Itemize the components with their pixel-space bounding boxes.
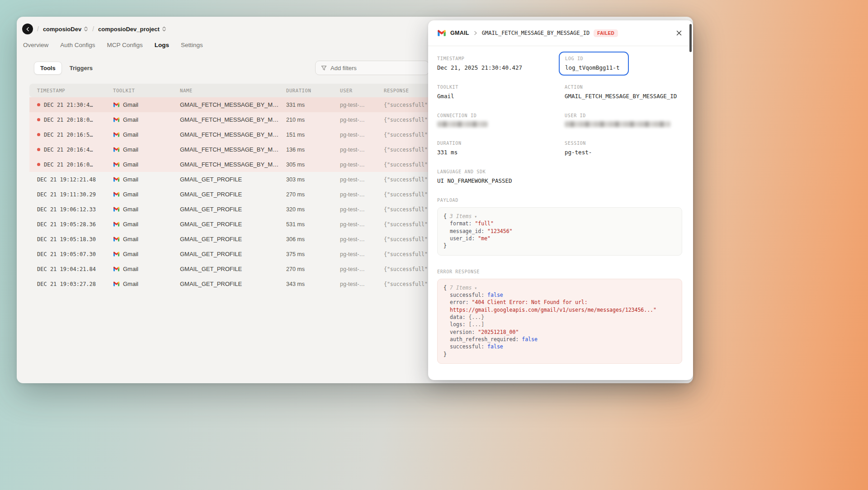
- cell-toolkit: Gmail: [113, 236, 180, 243]
- redacted-value: [437, 121, 488, 127]
- close-icon: [676, 30, 682, 36]
- field-label: ACTION: [565, 85, 682, 90]
- cell-toolkit: Gmail: [113, 101, 180, 108]
- gmail-icon: [437, 29, 446, 38]
- cell-user: pg-test-…: [340, 236, 384, 243]
- field-log-id[interactable]: LOG IDlog_tVqomBgg11-t: [559, 52, 629, 76]
- cell-name: GMAIL_GET_PROFILE: [180, 266, 286, 272]
- field-label: USER ID: [565, 113, 682, 118]
- cell-timestamp: DEC 21 20:16:0…: [29, 162, 113, 168]
- code-line: { 7 Items ▾: [443, 284, 676, 291]
- tab-logs[interactable]: Logs: [155, 42, 169, 48]
- field-value: GMAIL_FETCH_MESSAGE_BY_MESSAGE_ID: [565, 93, 682, 100]
- code-line: { 3 Items ▾: [443, 213, 676, 220]
- field-label: TIMESTAMP: [437, 56, 555, 61]
- project-selector[interactable]: composioDev_project: [98, 26, 166, 33]
- tab-overview[interactable]: Overview: [23, 42, 48, 48]
- close-button[interactable]: [674, 28, 684, 38]
- cell-duration: 375 ms: [286, 251, 340, 257]
- failed-status-dot: [37, 103, 40, 106]
- filter-funnel-icon: [321, 65, 327, 71]
- cell-user: pg-test-…: [340, 281, 384, 287]
- code-line: data: {...}: [443, 314, 676, 321]
- field-label: DURATION: [437, 141, 555, 146]
- cell-duration: 331 ms: [286, 102, 340, 108]
- field-value: pg-test-: [565, 149, 682, 156]
- code-line: successful: false: [443, 291, 676, 299]
- code-line: auth_refresh_required: false: [443, 336, 676, 343]
- desktop-background: / composioDev / composioDev_project Over…: [0, 0, 868, 490]
- code-line: }: [443, 351, 676, 358]
- field-label: LANGUAGE AND SDK: [437, 169, 682, 174]
- cell-toolkit: Gmail: [113, 161, 180, 168]
- cell-duration: 343 ms: [286, 281, 340, 287]
- gmail-icon: [113, 221, 120, 228]
- toggle-triggers[interactable]: Triggers: [64, 62, 99, 74]
- org-selector[interactable]: composioDev: [43, 26, 88, 33]
- gmail-icon: [113, 281, 120, 287]
- cell-toolkit: Gmail: [113, 251, 180, 257]
- tab-settings[interactable]: Settings: [181, 42, 203, 48]
- breadcrumb-separator: /: [92, 25, 94, 33]
- failed-status-dot: [37, 148, 40, 151]
- column-header-duration: DURATION: [286, 88, 340, 93]
- cell-timestamp: DEC 21 20:18:0…: [29, 117, 113, 123]
- field-value: Gmail: [437, 93, 555, 100]
- field-label: SESSION: [565, 141, 682, 146]
- chevron-down-icon[interactable]: ▾: [472, 214, 477, 219]
- cell-name: GMAIL_GET_PROFILE: [180, 251, 286, 257]
- panel-action-name: GMAIL_FETCH_MESSAGE_BY_MESSAGE_ID: [482, 30, 590, 36]
- gmail-icon: [113, 101, 120, 108]
- field-label: TOOLKIT: [437, 85, 555, 90]
- cell-timestamp: DEC 21 19:12:21.48: [29, 176, 113, 183]
- gmail-icon: [113, 236, 120, 243]
- cell-timestamp: DEC 21 20:16:4…: [29, 147, 113, 153]
- cell-timestamp: DEC 21 19:03:27.28: [29, 281, 113, 287]
- failed-status-dot: [37, 163, 40, 166]
- payload-code-block: { 3 Items ▾format: "full"message_id: "12…: [437, 207, 682, 256]
- cell-toolkit: Gmail: [113, 206, 180, 213]
- add-filters-button[interactable]: Add filters: [315, 61, 429, 75]
- cell-toolkit: Gmail: [113, 281, 180, 287]
- cell-name: GMAIL_GET_PROFILE: [180, 191, 286, 198]
- panel-header: GMAIL GMAIL_FETCH_MESSAGE_BY_MESSAGE_ID …: [428, 20, 693, 46]
- tab-auth-configs[interactable]: Auth Configs: [60, 42, 95, 48]
- field-value: [437, 121, 555, 127]
- chevron-down-icon[interactable]: ▾: [472, 285, 477, 290]
- items-count-toggle[interactable]: 7 Items: [450, 285, 472, 291]
- panel-body: TIMESTAMPDec 21, 2025 21:30:40.427LOG ID…: [428, 46, 693, 364]
- field-label: LOG ID: [565, 56, 623, 61]
- field-connection-id: CONNECTION ID: [437, 113, 555, 127]
- payload-section: PAYLOAD { 3 Items ▾format: "full"message…: [437, 198, 682, 256]
- cell-duration: 270 ms: [286, 266, 340, 272]
- cell-toolkit: Gmail: [113, 146, 180, 153]
- field-duration: DURATION331 ms: [437, 141, 555, 156]
- cell-user: pg-test-…: [340, 176, 384, 183]
- toggle-tools[interactable]: Tools: [34, 62, 62, 75]
- cell-name: GMAIL_GET_PROFILE: [180, 206, 286, 213]
- cell-duration: 320 ms: [286, 206, 340, 213]
- add-filters-label: Add filters: [330, 65, 357, 71]
- cell-name: GMAIL_FETCH_MESSAGE_BY_M…: [180, 161, 286, 168]
- cell-name: GMAIL_GET_PROFILE: [180, 236, 286, 243]
- cell-user: pg-test-…: [340, 266, 384, 272]
- gmail-icon: [113, 116, 120, 123]
- items-count-toggle[interactable]: 3 Items: [450, 213, 472, 219]
- composio-logo-icon[interactable]: [22, 24, 33, 34]
- code-line: logs: [...]: [443, 321, 676, 328]
- field-label: CONNECTION ID: [437, 113, 555, 118]
- cell-timestamp: DEC 21 19:05:18.30: [29, 236, 113, 243]
- panel-scrollbar[interactable]: [689, 24, 692, 52]
- cell-user: pg-test-…: [340, 162, 384, 168]
- cell-duration: 303 ms: [286, 176, 340, 183]
- cell-user: pg-test-…: [340, 221, 384, 228]
- gmail-icon: [113, 146, 120, 153]
- cell-name: GMAIL_FETCH_MESSAGE_BY_M…: [180, 146, 286, 153]
- field-session: SESSIONpg-test-: [565, 141, 682, 156]
- cell-toolkit: Gmail: [113, 116, 180, 123]
- cell-toolkit: Gmail: [113, 131, 180, 138]
- gmail-icon: [113, 161, 120, 168]
- cell-timestamp: DEC 21 19:05:07.30: [29, 251, 113, 257]
- code-line: error: "404 Client Error: Not Found for …: [443, 299, 676, 306]
- tab-mcp-configs[interactable]: MCP Configs: [107, 42, 143, 48]
